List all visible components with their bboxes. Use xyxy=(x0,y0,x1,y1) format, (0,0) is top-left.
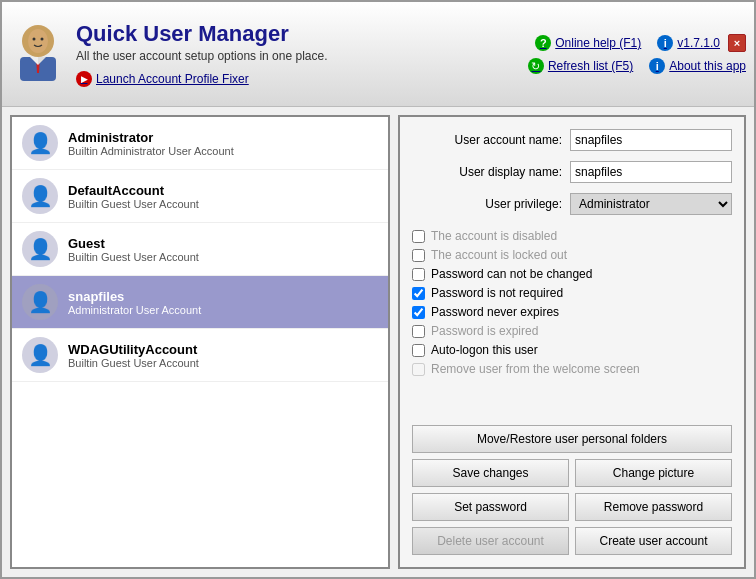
pwd-expired-checkbox[interactable] xyxy=(412,325,425,338)
online-help-label: Online help (F1) xyxy=(555,36,641,50)
user-avatar-defaultaccount: 👤 xyxy=(22,178,58,214)
auto-logon-label: Auto-logon this user xyxy=(431,343,538,357)
title-bar-right: ? Online help (F1) i v1.7.1.0 × ↻ Refres… xyxy=(528,34,746,74)
refresh-list-link[interactable]: ↻ Refresh list (F5) xyxy=(528,58,633,74)
user-list-panel: 👤 Administrator Builtin Administrator Us… xyxy=(10,115,390,569)
checkbox-row-autologon: Auto-logon this user xyxy=(412,343,732,357)
remove-password-button[interactable]: Remove password xyxy=(575,493,732,521)
about-link[interactable]: i About this app xyxy=(649,58,746,74)
title-bar: Quick User Manager All the user account … xyxy=(2,2,754,107)
pwd-never-expires-label: Password never expires xyxy=(431,305,559,319)
buttons-section: Move/Restore user personal folders Save … xyxy=(412,425,732,555)
svg-point-2 xyxy=(33,37,36,40)
checkbox-row-remove-welcome: Remove user from the welcome screen xyxy=(412,362,732,376)
launch-icon: ▶ xyxy=(76,71,92,87)
account-disabled-checkbox[interactable] xyxy=(412,230,425,243)
pwd-never-expires-checkbox[interactable] xyxy=(412,306,425,319)
user-avatar-wdagutility: 👤 xyxy=(22,337,58,373)
user-item-wdagutility[interactable]: 👤 WDAGUtilityAccount Builtin Guest User … xyxy=(12,329,388,382)
refresh-icon: ↻ xyxy=(528,58,544,74)
close-button[interactable]: × xyxy=(728,34,746,52)
user-info-defaultaccount: DefaultAccount Builtin Guest User Accoun… xyxy=(68,183,199,210)
app-icon xyxy=(10,21,66,85)
user-avatar-administrator: 👤 xyxy=(22,125,58,161)
checkbox-row-pwd-nochange: Password can not be changed xyxy=(412,267,732,281)
checkbox-row-locked: The account is locked out xyxy=(412,248,732,262)
create-account-button[interactable]: Create user account xyxy=(575,527,732,555)
launch-link-label: Launch Account Profile Fixer xyxy=(96,72,249,86)
delete-account-button[interactable]: Delete user account xyxy=(412,527,569,555)
user-item-defaultaccount[interactable]: 👤 DefaultAccount Builtin Guest User Acco… xyxy=(12,170,388,223)
set-password-button[interactable]: Set password xyxy=(412,493,569,521)
version-info-icon: i xyxy=(657,35,673,51)
about-info-icon: i xyxy=(649,58,665,74)
privilege-row: User privilege: Administrator Standard U… xyxy=(412,193,732,215)
btn-row-1: Save changes Change picture xyxy=(412,459,732,487)
content-area: 👤 Administrator Builtin Administrator Us… xyxy=(2,107,754,577)
user-name-administrator: Administrator xyxy=(68,130,234,145)
header-links-row2: ↻ Refresh list (F5) i About this app xyxy=(528,58,746,74)
app-subtitle: All the user account setup options in on… xyxy=(76,49,328,63)
user-item-snapfiles[interactable]: 👤 snapfiles Administrator User Account xyxy=(12,276,388,329)
pwd-not-required-checkbox[interactable] xyxy=(412,287,425,300)
header-links-row1: ? Online help (F1) i v1.7.1.0 xyxy=(535,35,720,51)
account-locked-label: The account is locked out xyxy=(431,248,567,262)
app-title: Quick User Manager xyxy=(76,21,328,47)
move-restore-button[interactable]: Move/Restore user personal folders xyxy=(412,425,732,453)
user-item-guest[interactable]: 👤 Guest Builtin Guest User Account xyxy=(12,223,388,276)
privilege-label: User privilege: xyxy=(412,197,562,211)
user-desc-guest: Builtin Guest User Account xyxy=(68,251,199,263)
checkbox-row-pwd-expired: Password is expired xyxy=(412,324,732,338)
user-avatar-guest: 👤 xyxy=(22,231,58,267)
change-picture-button[interactable]: Change picture xyxy=(575,459,732,487)
user-desc-snapfiles: Administrator User Account xyxy=(68,304,201,316)
remove-welcome-label: Remove user from the welcome screen xyxy=(431,362,640,376)
user-name-guest: Guest xyxy=(68,236,199,251)
svg-point-1 xyxy=(28,29,48,53)
checkbox-row-disabled: The account is disabled xyxy=(412,229,732,243)
account-locked-checkbox[interactable] xyxy=(412,249,425,262)
user-name-snapfiles: snapfiles xyxy=(68,289,201,304)
user-info-guest: Guest Builtin Guest User Account xyxy=(68,236,199,263)
user-desc-administrator: Builtin Administrator User Account xyxy=(68,145,234,157)
remove-welcome-checkbox[interactable] xyxy=(412,363,425,376)
account-name-row: User account name: xyxy=(412,129,732,151)
user-avatar-snapfiles: 👤 xyxy=(22,284,58,320)
privilege-select[interactable]: Administrator Standard User Guest xyxy=(570,193,732,215)
user-desc-wdagutility: Builtin Guest User Account xyxy=(68,357,199,369)
title-bar-left: Quick User Manager All the user account … xyxy=(10,21,328,87)
pwd-expired-label: Password is expired xyxy=(431,324,538,338)
checkbox-row-pwd-notrequired: Password is not required xyxy=(412,286,732,300)
refresh-list-label: Refresh list (F5) xyxy=(548,59,633,73)
account-name-label: User account name: xyxy=(412,133,562,147)
pwd-no-change-label: Password can not be changed xyxy=(431,267,592,281)
account-disabled-label: The account is disabled xyxy=(431,229,557,243)
btn-row-3: Delete user account Create user account xyxy=(412,527,732,555)
save-changes-button[interactable]: Save changes xyxy=(412,459,569,487)
user-name-defaultaccount: DefaultAccount xyxy=(68,183,199,198)
btn-row-2: Set password Remove password xyxy=(412,493,732,521)
user-name-wdagutility: WDAGUtilityAccount xyxy=(68,342,199,357)
main-window: Quick User Manager All the user account … xyxy=(0,0,756,579)
help-icon: ? xyxy=(535,35,551,51)
launch-link[interactable]: ▶ Launch Account Profile Fixer xyxy=(76,71,328,87)
display-name-input[interactable] xyxy=(570,161,732,183)
pwd-not-required-label: Password is not required xyxy=(431,286,563,300)
display-name-row: User display name: xyxy=(412,161,732,183)
account-name-input[interactable] xyxy=(570,129,732,151)
display-name-label: User display name: xyxy=(412,165,562,179)
checkbox-row-pwd-noexpire: Password never expires xyxy=(412,305,732,319)
online-help-link[interactable]: ? Online help (F1) xyxy=(535,35,641,51)
svg-point-3 xyxy=(41,37,44,40)
user-desc-defaultaccount: Builtin Guest User Account xyxy=(68,198,199,210)
user-details-panel: User account name: User display name: Us… xyxy=(398,115,746,569)
user-info-wdagutility: WDAGUtilityAccount Builtin Guest User Ac… xyxy=(68,342,199,369)
title-info: Quick User Manager All the user account … xyxy=(76,21,328,87)
about-label: About this app xyxy=(669,59,746,73)
auto-logon-checkbox[interactable] xyxy=(412,344,425,357)
pwd-no-change-checkbox[interactable] xyxy=(412,268,425,281)
version-label: v1.7.1.0 xyxy=(677,36,720,50)
user-item-administrator[interactable]: 👤 Administrator Builtin Administrator Us… xyxy=(12,117,388,170)
version-link[interactable]: i v1.7.1.0 xyxy=(657,35,720,51)
user-info-administrator: Administrator Builtin Administrator User… xyxy=(68,130,234,157)
